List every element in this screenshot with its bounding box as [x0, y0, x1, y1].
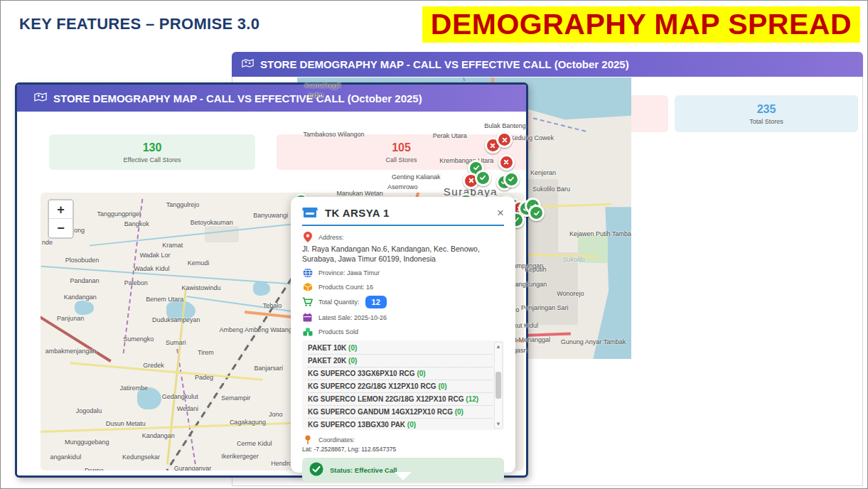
- map-place-label: Perak Utara: [433, 132, 467, 139]
- products-sold-icon: [302, 326, 313, 337]
- scrollbar[interactable]: ▲ ▼: [494, 342, 503, 429]
- calendar-icon: [302, 312, 313, 323]
- popup-tail: [395, 472, 412, 480]
- map-place-label: Kandangan: [142, 432, 175, 439]
- map-place-label: Gedangkulut: [162, 393, 198, 400]
- coordinates-label: Coordinates:: [318, 436, 355, 444]
- front-window-header: STORE DEMOGRAPHY MAP - CALL VS EFFECTIVE…: [17, 85, 526, 112]
- store-name: TK ARSYA 1: [325, 207, 490, 219]
- map-place-label: Krembangan Utara: [439, 157, 493, 164]
- map-place-label: Gredek: [143, 362, 164, 369]
- map-place-label: Kedungsekar: [122, 453, 160, 461]
- map-place-label: Penjaringan Sari: [521, 304, 569, 311]
- map-place-label: Banjarsari: [254, 365, 284, 372]
- call-stores-label: Call Stores: [385, 156, 417, 163]
- map-place-label: Plosobuden: [65, 257, 100, 264]
- front-window-title: STORE DEMOGRAPHY MAP - CALL VS EFFECTIVE…: [53, 92, 422, 104]
- products-list[interactable]: PAKET 10K (0)PAKET 20K (0)KG SUPERCO 33G…: [302, 340, 504, 430]
- province-text: Province: Jawa Timur: [318, 269, 380, 276]
- scroll-down-icon[interactable]: ▼: [495, 421, 501, 427]
- cart-icon: [302, 297, 313, 308]
- store-icon: [302, 205, 318, 220]
- page-title: KEY FEATURES – PROMISE 3.0: [19, 15, 259, 33]
- map-place-label: ong: [74, 227, 85, 234]
- banner-title: DEMOGRAPHY MAP SPREAD: [422, 6, 860, 43]
- total-stores-label: Total Stores: [749, 118, 783, 125]
- product-item: PAKET 10K (0): [308, 342, 493, 355]
- latest-sale-text: Latest Sale: 2025-10-26: [318, 314, 387, 321]
- scroll-up-icon[interactable]: ▲: [495, 343, 501, 350]
- products-count-text: Products Count: 16: [318, 284, 373, 291]
- effective-call-stores-label: Effective Call Stores: [124, 156, 181, 163]
- map-place-label: Wadak Lor: [139, 252, 170, 259]
- map-place-label: Sumari: [166, 339, 186, 346]
- map-place-label: Wadak Kidul: [134, 265, 169, 272]
- check-circle-icon: [309, 462, 323, 478]
- map-people-icon: [242, 58, 254, 70]
- urban-area: [205, 226, 239, 242]
- box-icon: [302, 281, 313, 292]
- product-item: KG SUPERCO LEMON 22G/18G X12PX10 RCG (12…: [308, 393, 493, 406]
- effective-call-marker[interactable]: [503, 171, 520, 188]
- map-place-label: Sukolilo: [562, 256, 585, 263]
- map-place-label: Indro: [309, 92, 323, 99]
- map-place-label: Kandangan: [64, 294, 97, 301]
- map-place-label: Kramatinggil: [305, 82, 341, 89]
- map-place-label: Tebalo: [263, 302, 282, 309]
- map-place-label: Sukolilo Baru: [532, 186, 570, 193]
- address-label: Address:: [318, 234, 344, 241]
- call-stores-value: 105: [392, 141, 411, 154]
- map-place-label: Jatirembe: [120, 385, 149, 392]
- zoom-out-button[interactable]: −: [49, 219, 73, 237]
- map-place-label: Cerme Kidul: [237, 440, 272, 447]
- total-quantity-label: Total Quantity:: [318, 299, 360, 306]
- back-window-title: STORE DEMOGRAPHY MAP - CALL VS EFFECTIVE…: [260, 58, 629, 70]
- effective-call-stores-value: 130: [143, 141, 162, 154]
- map-place-label: Bangkok: [124, 220, 149, 227]
- map-place-label: Munggugebang: [65, 439, 109, 446]
- product-item: PAKET 20K (0): [308, 355, 493, 367]
- map-place-label: Jogodalu: [76, 407, 102, 414]
- map-place-label: Benem Utara: [146, 296, 183, 303]
- map-place-label: Genting Kalianak: [392, 173, 441, 181]
- map-place-label: Keputih: [525, 266, 547, 273]
- total-stores-card: 235 Total Stores: [675, 95, 858, 132]
- effective-call-marker[interactable]: [475, 170, 491, 186]
- map-place-label: Betoyokauman: [191, 219, 233, 226]
- globe-icon: [302, 267, 313, 278]
- effective-call-marker[interactable]: [528, 205, 545, 221]
- map-place-label: Kejawen Putih Tambak: [569, 230, 631, 237]
- slide: KEY FEATURES – PROMISE 3.0 DEMOGRAPHY MA…: [0, 0, 868, 489]
- map-place-label: Panjunan: [57, 315, 84, 322]
- map-place-label: Palebon: [124, 279, 148, 286]
- status-text: Status: Effective Call: [330, 466, 397, 474]
- map-zoom-control: + −: [48, 199, 74, 239]
- zoom-in-button[interactable]: +: [49, 200, 73, 219]
- call-marker[interactable]: [498, 154, 515, 171]
- map-place-label: Tambakoso Wilangon: [303, 131, 364, 138]
- map-place-label: Kemudi: [188, 259, 210, 267]
- total-stores-value: 235: [757, 103, 776, 116]
- close-icon[interactable]: ×: [497, 207, 504, 219]
- scroll-thumb[interactable]: [495, 372, 501, 399]
- map-place-label: Wedani: [177, 405, 198, 412]
- map-place-label: Kramat: [162, 242, 183, 249]
- map-people-icon: [34, 92, 47, 104]
- map-place-label: Cagakagung: [230, 419, 266, 426]
- back-window-header: STORE DEMOGRAPHY MAP - CALL VS EFFECTIVE…: [232, 52, 863, 77]
- map-place-label: Dermo: [85, 467, 104, 471]
- product-item: KG SUPERCO GANDUM 14GX12PX10 RCG (0): [308, 406, 493, 419]
- store-popup: TK ARSYA 1 × Address: Jl. Raya Kandangan…: [291, 197, 515, 473]
- total-quantity-badge: 12: [365, 296, 387, 308]
- map-place-label: Bulak Banteng: [484, 122, 526, 129]
- map-place-label: Padeg: [195, 374, 213, 381]
- map-place-label: Kawistowindu: [182, 284, 221, 291]
- front-window: STORE DEMOGRAPHY MAP - CALL VS EFFECTIVE…: [15, 82, 528, 478]
- map-place-label: Gunung Anyar Tambak: [561, 338, 626, 345]
- coordinates-pin-icon: [302, 434, 313, 445]
- map-place-label: Duduksampeyan: [152, 316, 200, 323]
- map-place-label: Wonorejo: [557, 290, 584, 297]
- lake: [253, 281, 270, 296]
- lake: [75, 301, 94, 315]
- map-place-label: Pandanan: [70, 277, 99, 284]
